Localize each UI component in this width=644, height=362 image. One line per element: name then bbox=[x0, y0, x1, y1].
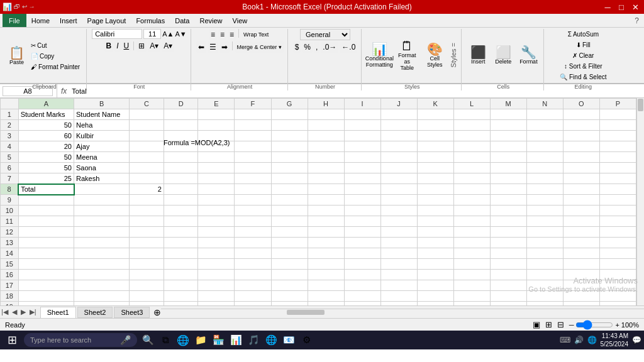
col-header-C[interactable]: C bbox=[130, 99, 164, 109]
cell-P17[interactable] bbox=[599, 280, 636, 291]
menu-data[interactable]: Data bbox=[170, 16, 194, 26]
cell-C3[interactable] bbox=[130, 131, 164, 141]
decrease-decimal-button[interactable]: ←.0 bbox=[340, 41, 357, 53]
col-header-O[interactable]: O bbox=[563, 99, 599, 109]
cell-F14[interactable] bbox=[235, 248, 271, 259]
currency-button[interactable]: $ bbox=[293, 41, 301, 53]
cell-K2[interactable] bbox=[417, 120, 453, 131]
cell-F19[interactable] bbox=[235, 302, 271, 306]
cell-C16[interactable] bbox=[130, 270, 164, 280]
cell-C14[interactable] bbox=[130, 248, 164, 259]
cell-O13[interactable] bbox=[563, 238, 599, 248]
cell-M8[interactable] bbox=[490, 184, 526, 195]
cell-K9[interactable] bbox=[417, 195, 453, 206]
cell-H6[interactable] bbox=[308, 163, 344, 173]
cell-B5[interactable]: Meena bbox=[74, 152, 130, 163]
cell-B17[interactable] bbox=[74, 280, 130, 291]
cell-I18[interactable] bbox=[344, 291, 380, 302]
cell-G7[interactable] bbox=[271, 173, 308, 184]
zoom-slider[interactable] bbox=[575, 320, 613, 330]
cell-D18[interactable] bbox=[164, 291, 198, 302]
number-format-select[interactable]: General bbox=[300, 29, 350, 40]
cell-E11[interactable] bbox=[198, 216, 235, 227]
cell-K18[interactable] bbox=[417, 291, 453, 302]
align-top-center-button[interactable]: ≡ bbox=[218, 29, 226, 40]
col-header-P[interactable]: P bbox=[599, 99, 636, 109]
cell-K12[interactable] bbox=[417, 227, 453, 238]
cell-H16[interactable] bbox=[308, 270, 344, 280]
cell-E17[interactable] bbox=[198, 280, 235, 291]
cell-J14[interactable] bbox=[380, 248, 417, 259]
col-header-I[interactable]: I bbox=[344, 99, 380, 109]
cell-B16[interactable] bbox=[74, 270, 130, 280]
cell-P18[interactable] bbox=[599, 291, 636, 302]
font-grow-icon[interactable]: A▲ bbox=[162, 30, 174, 38]
format-as-table-button[interactable]: 🗒 Formatas Table bbox=[394, 39, 419, 72]
cell-O1[interactable] bbox=[563, 109, 599, 120]
cell-B12[interactable] bbox=[74, 227, 130, 238]
cell-K5[interactable] bbox=[417, 152, 453, 163]
cell-I19[interactable] bbox=[344, 302, 380, 306]
taskbar-search[interactable]: Type here to search 🎤 bbox=[24, 333, 137, 347]
taskbar-app-task-view[interactable]: ⧉ bbox=[157, 332, 174, 348]
format-button[interactable]: 🔧 Format bbox=[517, 39, 540, 72]
cell-A12[interactable] bbox=[18, 227, 74, 238]
cell-A11[interactable] bbox=[18, 216, 74, 227]
cell-F1[interactable] bbox=[235, 109, 271, 120]
menu-insert[interactable]: Insert bbox=[55, 16, 82, 26]
cell-K8[interactable] bbox=[417, 184, 453, 195]
cell-P19[interactable] bbox=[599, 302, 636, 306]
cell-L19[interactable] bbox=[453, 302, 490, 306]
cell-N1[interactable] bbox=[526, 109, 563, 120]
tab-nav-prev[interactable]: ◀ bbox=[11, 308, 18, 316]
cell-A10[interactable] bbox=[18, 206, 74, 216]
cell-H15[interactable] bbox=[308, 259, 344, 270]
cell-E10[interactable] bbox=[198, 206, 235, 216]
cell-H4[interactable] bbox=[308, 141, 344, 152]
taskbar-app-store[interactable]: 🏪 bbox=[210, 332, 226, 348]
cell-I16[interactable] bbox=[344, 270, 380, 280]
cell-J7[interactable] bbox=[380, 173, 417, 184]
bold-button[interactable]: B bbox=[104, 40, 114, 52]
cell-K6[interactable] bbox=[417, 163, 453, 173]
cell-F7[interactable] bbox=[235, 173, 271, 184]
sheet-tab-sheet1[interactable]: Sheet1 bbox=[40, 307, 76, 318]
cell-L13[interactable] bbox=[453, 238, 490, 248]
cell-A14[interactable] bbox=[18, 248, 74, 259]
cell-I13[interactable] bbox=[344, 238, 380, 248]
cell-L12[interactable] bbox=[453, 227, 490, 238]
conditional-formatting-button[interactable]: 📊 ConditionalFormatting bbox=[367, 39, 392, 72]
cell-E9[interactable] bbox=[198, 195, 235, 206]
underline-button[interactable]: U bbox=[122, 40, 131, 52]
col-header-E[interactable]: E bbox=[198, 99, 235, 109]
taskbar-app-search[interactable]: 🔍 bbox=[140, 332, 156, 348]
cell-C7[interactable] bbox=[130, 173, 164, 184]
menu-file[interactable]: File bbox=[3, 14, 26, 27]
cell-N14[interactable] bbox=[526, 248, 563, 259]
cell-O17[interactable] bbox=[563, 280, 599, 291]
cell-L8[interactable] bbox=[453, 184, 490, 195]
cell-C4[interactable] bbox=[130, 141, 164, 152]
sort-filter-button[interactable]: ↕ Sort & Filter bbox=[562, 61, 605, 71]
cell-C18[interactable] bbox=[130, 291, 164, 302]
cell-J2[interactable] bbox=[380, 120, 417, 131]
cell-K15[interactable] bbox=[417, 259, 453, 270]
cell-C9[interactable] bbox=[130, 195, 164, 206]
cell-E2[interactable] bbox=[198, 120, 235, 131]
cell-N9[interactable] bbox=[526, 195, 563, 206]
cell-O12[interactable] bbox=[563, 227, 599, 238]
cell-G12[interactable] bbox=[271, 227, 308, 238]
cell-L11[interactable] bbox=[453, 216, 490, 227]
cell-G2[interactable] bbox=[271, 120, 308, 131]
cell-C13[interactable] bbox=[130, 238, 164, 248]
cell-L14[interactable] bbox=[453, 248, 490, 259]
cell-P1[interactable] bbox=[599, 109, 636, 120]
cell-O8[interactable] bbox=[563, 184, 599, 195]
minimize-button[interactable]: ─ bbox=[601, 3, 614, 12]
cell-D13[interactable] bbox=[164, 238, 198, 248]
cell-G17[interactable] bbox=[271, 280, 308, 291]
cell-G13[interactable] bbox=[271, 238, 308, 248]
cell-L10[interactable] bbox=[453, 206, 490, 216]
cell-E7[interactable] bbox=[198, 173, 235, 184]
col-header-B[interactable]: B bbox=[74, 99, 130, 109]
